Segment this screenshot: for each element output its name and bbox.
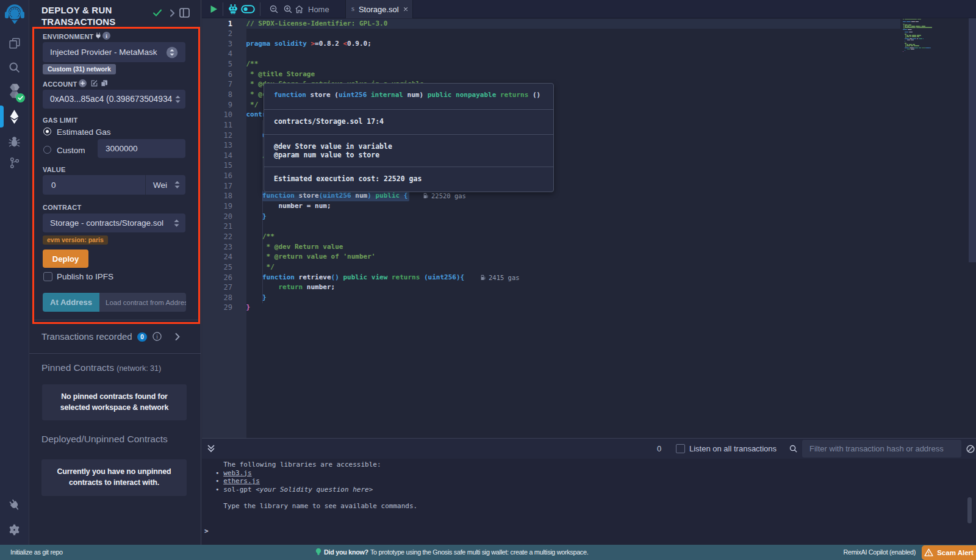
panel-title: DEPLOY & RUN TRANSACTIONS — [41, 4, 116, 27]
at-address-button[interactable]: At Address — [43, 293, 99, 312]
ai-robot-icon[interactable] — [229, 4, 237, 14]
terminal-line — [215, 494, 223, 501]
line-number: 6 — [202, 70, 232, 79]
settings-gear-icon[interactable] — [0, 518, 29, 541]
copilot-toggle-icon[interactable] — [241, 5, 255, 13]
editor-minimap[interactable] — [901, 18, 968, 438]
add-account-icon[interactable] — [79, 79, 87, 87]
transactions-info-icon[interactable]: i — [152, 332, 162, 341]
at-address-input[interactable]: Load contract from Addres — [99, 293, 186, 312]
file-tab-label: Storage.sol — [359, 5, 399, 14]
code-text: /** — [246, 232, 274, 242]
gas-limit-label: GAS LIMIT — [43, 117, 77, 124]
code-line[interactable]: 2 — [202, 29, 901, 39]
git-init-status[interactable]: Initialize as git repo — [10, 548, 63, 556]
terminal-line: • sol-gpt <your Solidity question here> — [215, 486, 373, 494]
stepper-arrows-icon — [174, 95, 182, 104]
code-text: } — [246, 293, 267, 303]
line-number: 10 — [202, 110, 232, 119]
transaction-filter-input[interactable]: Filter with transaction hash or address — [802, 440, 961, 458]
editor-scrollbar[interactable] — [969, 18, 976, 262]
gas-estimate-annotation: 22520 gas — [423, 192, 466, 199]
terminal-scrollbar[interactable] — [967, 497, 972, 523]
environment-select[interactable]: Injected Provider - MetaMask — [43, 42, 185, 62]
clear-console-icon[interactable] — [966, 445, 975, 453]
plug-icon[interactable] — [95, 32, 102, 40]
environment-info-icon[interactable]: i — [102, 32, 110, 40]
publish-ipfs-label[interactable]: Publish to IPFS — [57, 272, 113, 281]
panel-expand-chevron-icon[interactable] — [170, 9, 175, 17]
code-line[interactable]: 26 function retrieve() public view retur… — [202, 273, 901, 283]
code-line[interactable]: 21 — [202, 221, 901, 232]
sign-message-icon[interactable] — [90, 79, 98, 87]
zoom-out-icon[interactable] — [269, 4, 279, 14]
code-line[interactable]: 27 return number; — [202, 282, 901, 293]
custom-gas-radio[interactable] — [43, 146, 51, 154]
code-line[interactable]: 22 /** — [202, 232, 901, 242]
code-text: pragma solidity >=0.8.2 <0.9.0; — [246, 40, 371, 49]
line-number: 19 — [202, 202, 232, 210]
search-icon[interactable] — [0, 56, 29, 79]
code-line[interactable]: 18 function store(uint256 num) public {2… — [202, 191, 901, 201]
tab-storage-sol[interactable]: S Storage.sol — [345, 0, 413, 18]
listen-transactions-label[interactable]: Listen on all transactions — [689, 444, 777, 453]
code-line[interactable]: 19 number = num; — [202, 201, 901, 212]
code-line[interactable]: 24 * @return value of 'number' — [202, 252, 901, 262]
unpinned-contracts-empty-card: Currently you have no unpinnedcontracts … — [41, 459, 187, 496]
terminal-link[interactable]: web3.js — [223, 469, 251, 477]
terminal-link[interactable]: ethers.js — [223, 477, 260, 485]
deploy-button[interactable]: Deploy — [43, 249, 88, 268]
code-editor[interactable]: 1// SPDX-License-Identifier: GPL-3.023pr… — [202, 18, 976, 438]
code-line[interactable]: 20 } — [202, 212, 901, 222]
code-line[interactable]: 5/** — [202, 59, 901, 70]
copy-account-icon[interactable] — [101, 79, 108, 87]
lightbulb-icon — [315, 548, 321, 557]
transactions-expand-chevron[interactable] — [175, 333, 180, 340]
toolbar-separator — [260, 2, 260, 16]
file-explorer-icon[interactable] — [0, 32, 29, 55]
remix-ai-logo-icon[interactable] — [0, 2, 29, 26]
tab-home[interactable]: Home — [295, 0, 329, 18]
code-line[interactable]: 1// SPDX-License-Identifier: GPL-3.0 — [202, 19, 901, 29]
deploy-run-icon[interactable] — [0, 105, 29, 128]
value-unit-select[interactable]: Wei — [146, 181, 173, 190]
estimated-gas-radio[interactable] — [43, 127, 51, 135]
plugin-manager-icon[interactable] — [0, 494, 29, 517]
code-line[interactable]: 4 — [202, 49, 901, 59]
line-number: 13 — [202, 141, 232, 149]
terminal-output[interactable]: The following libraries are accessible:•… — [202, 459, 976, 545]
network-badge: Custom (31) network — [43, 64, 116, 74]
panel-check-icon — [152, 9, 162, 17]
contract-select[interactable]: Storage - contracts/Storage.sol — [43, 214, 185, 232]
publish-ipfs-checkbox[interactable] — [43, 272, 52, 281]
line-number: 1 — [202, 20, 232, 28]
code-line[interactable]: 3pragma solidity >=0.8.2 <0.9.0; — [202, 39, 901, 49]
value-input[interactable]: 0 — [43, 175, 146, 195]
copilot-status[interactable]: RemixAI Copilot (enabled) — [843, 548, 916, 556]
code-line[interactable]: 28 } — [202, 293, 901, 303]
git-icon[interactable] — [0, 151, 29, 174]
line-number: 24 — [202, 253, 232, 261]
gas-estimate-annotation: 2415 gas — [481, 274, 520, 281]
listen-transactions-checkbox[interactable] — [676, 444, 685, 453]
account-select[interactable]: 0xA03...85ac4 (0.398673504934 — [43, 90, 185, 109]
pin-panel-icon[interactable] — [179, 8, 190, 18]
code-line[interactable]: 23 * @dev Return value — [202, 242, 901, 253]
custom-gas-input[interactable]: 3000000 — [98, 139, 185, 158]
code-line[interactable]: 29} — [202, 303, 901, 313]
close-tab-icon[interactable] — [404, 6, 407, 12]
scam-alert-badge[interactable]: Scam Alert — [922, 545, 976, 560]
code-line[interactable]: 25 */ — [202, 262, 901, 273]
custom-gas-label[interactable]: Custom — [57, 146, 85, 155]
collapse-terminal-icon[interactable] — [207, 445, 215, 453]
terminal-search-icon[interactable] — [789, 444, 798, 453]
zoom-in-icon[interactable] — [283, 4, 293, 14]
debugger-icon[interactable] — [0, 130, 29, 153]
line-number: 18 — [202, 192, 232, 200]
run-script-play-icon[interactable] — [210, 5, 218, 13]
estimated-gas-label[interactable]: Estimated Gas — [57, 127, 111, 137]
code-line[interactable]: 6 * @title Storage — [202, 70, 901, 80]
solidity-compiler-icon[interactable] — [0, 79, 29, 102]
code-text: * @dev Return value — [246, 243, 343, 252]
hover-tooltip: function store (uint256 internal num) pu… — [264, 83, 554, 192]
